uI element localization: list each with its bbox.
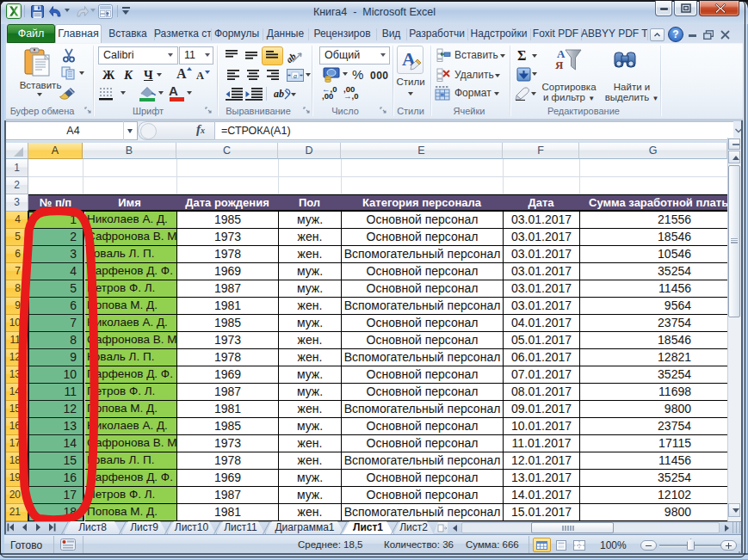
svg-text:ab: ab (274, 88, 284, 100)
svg-text:a: a (294, 72, 297, 80)
